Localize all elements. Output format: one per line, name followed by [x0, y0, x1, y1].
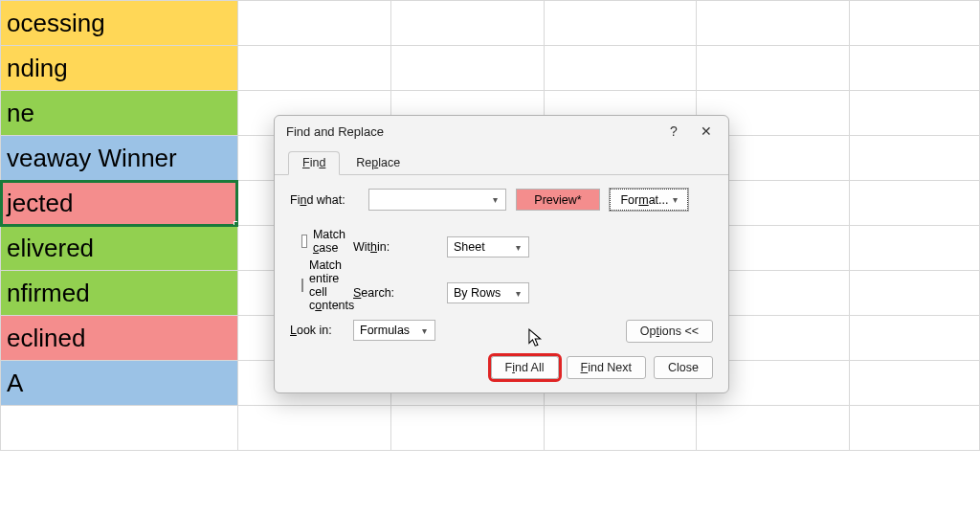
dialog-buttons: Find All Find Next Close: [290, 356, 713, 379]
match-case-row: Match case: [301, 228, 345, 255]
cell-d10[interactable]: [544, 406, 697, 451]
match-entire-checkbox[interactable]: [301, 279, 303, 292]
fill-handle[interactable]: [234, 221, 238, 226]
cell-f4[interactable]: [850, 136, 980, 181]
cell-f5[interactable]: [850, 181, 980, 226]
tab-replace[interactable]: Replace: [342, 151, 414, 175]
cell-c10[interactable]: [390, 406, 544, 451]
format-preview: Preview*: [516, 189, 600, 211]
cell-a7[interactable]: nfirmed: [1, 271, 238, 316]
dialog-title: Find and Replace: [286, 124, 657, 139]
lookin-label: Look in:: [290, 324, 345, 337]
tab-find-rest: in: [310, 156, 320, 169]
cell-f6[interactable]: [850, 226, 980, 271]
tab-replace-p: p: [371, 156, 378, 169]
cell-a8[interactable]: eclined: [1, 316, 238, 361]
cell-b1[interactable]: [237, 1, 390, 46]
cell-b2[interactable]: [237, 46, 390, 91]
match-case-checkbox[interactable]: [301, 235, 307, 248]
help-button[interactable]: ?: [657, 120, 690, 143]
cell-d2[interactable]: [544, 46, 697, 91]
cell-c2[interactable]: [390, 46, 544, 91]
search-value: By Rows: [454, 286, 511, 300]
tab-strip: Find Replace: [275, 150, 728, 175]
cell-e1[interactable]: [697, 1, 850, 46]
format-button-label: Format...: [620, 193, 668, 207]
tab-find[interactable]: Find: [288, 151, 340, 175]
dialog-body: Find what: ▾ Preview* Format... ▾ Within…: [275, 175, 728, 392]
cell-e10[interactable]: [697, 406, 850, 451]
lookin-select[interactable]: Formulas ▾: [353, 320, 435, 341]
cell-e2[interactable]: [697, 46, 850, 91]
match-case-label: Match case: [313, 228, 345, 255]
options-button[interactable]: Options <<: [626, 320, 713, 343]
cell-a9[interactable]: A: [1, 361, 238, 406]
search-select[interactable]: By Rows ▾: [447, 282, 529, 303]
find-what-row: Find what: ▾ Preview* Format... ▾: [290, 189, 713, 211]
match-entire-label: Match entire cell contents: [309, 258, 354, 312]
find-what-input[interactable]: ▾: [368, 189, 506, 211]
chevron-down-icon[interactable]: ▾: [511, 288, 524, 299]
find-replace-dialog: Find and Replace ? ✕ Find Replace Find w…: [274, 115, 729, 393]
chevron-down-icon[interactable]: ▾: [511, 242, 524, 253]
cell-a6[interactable]: elivered: [1, 226, 238, 271]
within-label: Within:: [353, 240, 439, 254]
find-what-label: Find what:: [290, 193, 359, 207]
tab-find-underline: F: [302, 156, 310, 169]
chevron-down-icon[interactable]: ▾: [417, 325, 431, 336]
close-button[interactable]: Close: [654, 356, 713, 379]
cell-a5[interactable]: jected: [1, 181, 238, 226]
cell-a3[interactable]: ne: [1, 91, 238, 136]
cell-f7[interactable]: [850, 271, 980, 316]
cell-a10[interactable]: [1, 406, 238, 451]
lookin-value: Formulas: [360, 324, 417, 337]
cell-a4[interactable]: veaway Winner: [1, 136, 238, 181]
cell-f9[interactable]: [850, 361, 980, 406]
chevron-down-icon[interactable]: ▾: [673, 194, 678, 205]
chevron-down-icon[interactable]: ▾: [488, 194, 501, 205]
cell-f2[interactable]: [850, 46, 980, 91]
within-select[interactable]: Sheet ▾: [447, 236, 529, 258]
cell-f3[interactable]: [850, 91, 980, 136]
cell-b10[interactable]: [237, 406, 390, 451]
cell-d1[interactable]: [544, 1, 697, 46]
find-next-button[interactable]: Find Next: [567, 356, 647, 379]
search-label: Search:: [353, 286, 439, 300]
cell-c1[interactable]: [390, 1, 544, 46]
match-entire-row: Match entire cell contents: [301, 258, 345, 312]
dialog-titlebar[interactable]: Find and Replace ? ✕: [275, 116, 728, 146]
cell-f10[interactable]: [850, 406, 980, 451]
within-value: Sheet: [454, 240, 511, 254]
cell-f1[interactable]: [850, 1, 980, 46]
cell-a1[interactable]: ocessing: [1, 1, 238, 46]
format-button[interactable]: Format... ▾: [610, 189, 688, 211]
cell-f8[interactable]: [850, 316, 980, 361]
find-all-button[interactable]: Find All: [491, 356, 559, 379]
tab-find-d: d: [319, 156, 325, 169]
cell-a2[interactable]: nding: [1, 46, 238, 91]
close-icon[interactable]: ✕: [690, 120, 723, 143]
